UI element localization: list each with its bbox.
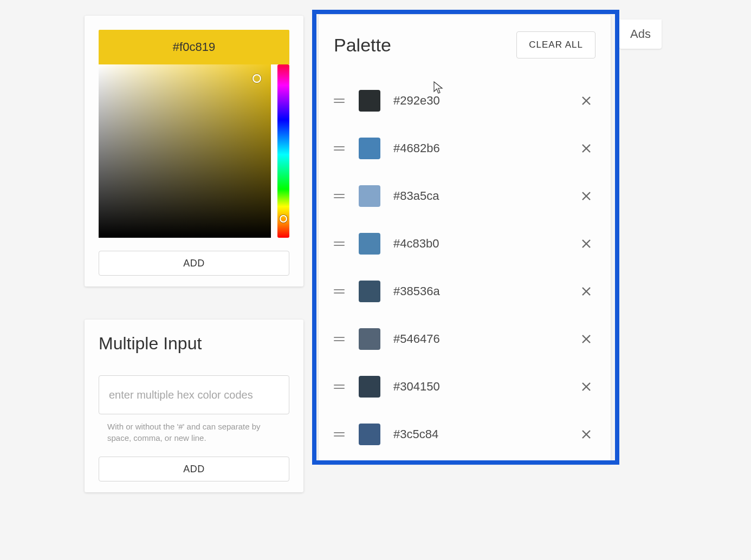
- palette-row: #4c83b0: [334, 220, 595, 268]
- color-swatch[interactable]: [359, 424, 380, 445]
- remove-color-icon[interactable]: [577, 282, 595, 301]
- color-swatch[interactable]: [359, 138, 380, 159]
- picker-hex-header: #f0c819: [99, 30, 289, 64]
- drag-handle-icon[interactable]: [334, 242, 345, 246]
- palette-title: Palette: [334, 35, 391, 56]
- palette-row: #83a5ca: [334, 172, 595, 220]
- sv-cursor[interactable]: [253, 74, 261, 83]
- multiple-hex-input[interactable]: [99, 375, 289, 414]
- remove-color-icon[interactable]: [577, 235, 595, 253]
- color-swatch[interactable]: [359, 376, 380, 398]
- palette-hex-label: #4682b6: [393, 141, 577, 155]
- color-swatch[interactable]: [359, 233, 380, 255]
- palette-hex-label: #38536a: [393, 284, 577, 298]
- picker-add-button[interactable]: ADD: [99, 251, 289, 276]
- palette-hex-label: #546476: [393, 332, 577, 346]
- multiple-input-title: Multiple Input: [99, 334, 289, 354]
- saturation-value-panel[interactable]: [99, 64, 271, 238]
- palette-card: Palette CLEAR ALL #292e30#4682b6#83a5ca#…: [319, 15, 611, 464]
- remove-color-icon[interactable]: [577, 139, 595, 158]
- multiple-input-card: Multiple Input With or without the '#' a…: [85, 320, 303, 492]
- multiple-add-button[interactable]: ADD: [99, 457, 289, 481]
- drag-handle-icon[interactable]: [334, 99, 345, 103]
- picker-body: [99, 64, 289, 238]
- ads-tab[interactable]: Ads: [619, 19, 662, 49]
- drag-handle-icon[interactable]: [334, 289, 345, 294]
- remove-color-icon[interactable]: [577, 330, 595, 348]
- palette-list: #292e30#4682b6#83a5ca#4c83b0#38536a#5464…: [334, 77, 595, 458]
- drag-handle-icon[interactable]: [334, 194, 345, 198]
- remove-color-icon[interactable]: [577, 377, 595, 396]
- palette-row: #292e30: [334, 77, 595, 125]
- palette-hex-label: #3c5c84: [393, 427, 577, 441]
- palette-hex-label: #304150: [393, 380, 577, 394]
- remove-color-icon[interactable]: [577, 92, 595, 110]
- color-swatch[interactable]: [359, 281, 380, 302]
- remove-color-icon[interactable]: [577, 425, 595, 444]
- hue-slider[interactable]: [277, 64, 289, 238]
- color-swatch[interactable]: [359, 90, 380, 112]
- color-picker-card: #f0c819 ADD: [85, 16, 303, 286]
- palette-row: #4682b6: [334, 125, 595, 172]
- drag-handle-icon[interactable]: [334, 337, 345, 341]
- palette-hex-label: #83a5ca: [393, 189, 577, 203]
- drag-handle-icon[interactable]: [334, 146, 345, 151]
- hue-cursor[interactable]: [280, 215, 287, 223]
- palette-row: #304150: [334, 363, 595, 411]
- remove-color-icon[interactable]: [577, 187, 595, 205]
- palette-row: #3c5c84: [334, 411, 595, 458]
- multiple-input-hint: With or without the '#' and can separate…: [99, 414, 289, 444]
- palette-row: #38536a: [334, 268, 595, 315]
- drag-handle-icon[interactable]: [334, 385, 345, 389]
- color-swatch[interactable]: [359, 185, 380, 207]
- palette-hex-label: #292e30: [393, 94, 577, 108]
- palette-hex-label: #4c83b0: [393, 237, 577, 251]
- drag-handle-icon[interactable]: [334, 432, 345, 437]
- color-swatch[interactable]: [359, 328, 380, 350]
- clear-all-button[interactable]: CLEAR ALL: [516, 31, 595, 58]
- palette-row: #546476: [334, 315, 595, 363]
